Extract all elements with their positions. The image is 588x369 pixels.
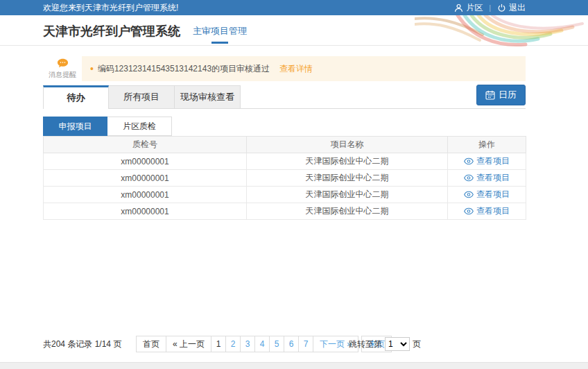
- records-summary: 共204 条记录 1/14 页: [43, 336, 121, 352]
- calendar-button-label: 日历: [499, 89, 517, 101]
- first-page-button[interactable]: 首页: [136, 336, 166, 352]
- eye-icon: [464, 174, 474, 182]
- col-header-qc-no: 质检号: [44, 137, 247, 153]
- welcome-text: 欢迎您来到天津市光纤到户管理系统!: [43, 0, 178, 15]
- table-row: xm00000001 天津国际创业中心二期 查看项目: [44, 153, 526, 170]
- view-project-link[interactable]: 查看项目: [464, 189, 510, 200]
- page: 欢迎您来到天津市光纤到户管理系统! 片区 | 退出: [0, 0, 588, 369]
- table-row: xm00000001 天津国际创业中心二期 查看项目: [44, 203, 526, 220]
- tab-all-projects[interactable]: 所有项目: [109, 85, 175, 109]
- tab-onsite-review[interactable]: 现场审核查看: [175, 85, 241, 109]
- message-reminder-label: 消息提醒: [43, 71, 82, 79]
- projects-table: 质检号 项目名称 操作 xm00000001 天津国际创业中心二期 查看项目 x…: [43, 136, 526, 220]
- table-row: xm00000001 天津国际创业中心二期 查看项目: [44, 187, 526, 203]
- logout-button[interactable]: 退出: [497, 2, 526, 14]
- jump-label-suffix: 页: [413, 338, 421, 350]
- message-text: 编码123123141543513142143的项目审核通过: [98, 63, 270, 75]
- col-header-project-name: 项目名称: [247, 137, 448, 153]
- eye-icon: [464, 191, 474, 198]
- calendar-button[interactable]: 日历: [476, 85, 526, 105]
- cell-qc-no: xm00000001: [44, 203, 247, 220]
- nav-label: 主审项目管理: [193, 26, 247, 36]
- cell-qc-no: xm00000001: [44, 187, 247, 203]
- view-project-label: 查看项目: [476, 172, 510, 184]
- topbar: 欢迎您来到天津市光纤到户管理系统! 片区 | 退出: [0, 0, 588, 15]
- view-project-label: 查看项目: [476, 155, 510, 167]
- fiber-cables-image: [415, 15, 588, 51]
- nav-active-underline: [211, 42, 228, 44]
- prev-page-button[interactable]: « 上一页: [166, 336, 211, 352]
- district-menu[interactable]: 片区: [454, 2, 483, 14]
- view-project-link[interactable]: 查看项目: [464, 205, 510, 217]
- eye-icon: [464, 157, 474, 165]
- cell-project-name: 天津国际创业中心二期: [247, 153, 448, 170]
- district-label: 片区: [466, 2, 483, 14]
- user-icon: [454, 3, 463, 12]
- subtab-declared-projects[interactable]: 申报项目: [43, 117, 107, 136]
- page-button-3[interactable]: 3: [240, 336, 255, 352]
- view-project-link[interactable]: 查看项目: [464, 155, 510, 167]
- logout-label: 退出: [509, 2, 526, 14]
- page-button-2[interactable]: 2: [225, 336, 241, 352]
- eye-icon: [464, 207, 474, 215]
- page-button-5[interactable]: 5: [269, 336, 284, 352]
- page-jump: 跳转至第 1 页: [349, 336, 421, 352]
- page-title: 天津市光纤到户管理系统: [43, 15, 180, 45]
- view-project-label: 查看项目: [476, 205, 510, 217]
- view-project-link[interactable]: 查看项目: [464, 172, 510, 184]
- page-button-6[interactable]: 6: [284, 336, 299, 352]
- view-project-label: 查看项目: [476, 189, 510, 200]
- message-bar: 消息提醒 • 编码123123141543513142143的项目审核通过 查看…: [43, 56, 526, 81]
- tab-todo[interactable]: 待办: [43, 85, 109, 109]
- jump-page-select[interactable]: 1: [385, 337, 410, 351]
- calendar-icon: [485, 90, 495, 100]
- message-line: • 编码123123141543513142143的项目审核通过 查看详情: [90, 56, 313, 81]
- view-details-link[interactable]: 查看详情: [279, 63, 313, 75]
- table-header-row: 质检号 项目名称 操作: [44, 137, 526, 153]
- jump-label-prefix: 跳转至第: [349, 338, 382, 350]
- table-row: xm00000001 天津国际创业中心二期 查看项目: [44, 170, 526, 187]
- cell-qc-no: xm00000001: [44, 153, 247, 170]
- power-icon: [497, 3, 506, 12]
- header: 天津市光纤到户管理系统 主审项目管理: [0, 15, 588, 46]
- cell-qc-no: xm00000001: [44, 170, 247, 187]
- chat-bubble-icon: [57, 58, 69, 68]
- page-button-1[interactable]: 1: [211, 336, 226, 352]
- subtab-district-qc[interactable]: 片区质检: [107, 117, 172, 136]
- cell-project-name: 天津国际创业中心二期: [247, 203, 448, 220]
- sub-tabs: 申报项目 片区质检: [43, 117, 172, 136]
- page-button-7[interactable]: 7: [298, 336, 313, 352]
- cell-project-name: 天津国际创业中心二期: [247, 187, 448, 203]
- nav-main-review-management[interactable]: 主审项目管理: [193, 15, 247, 45]
- message-reminder-box: 消息提醒: [43, 56, 82, 81]
- main-tabs: 待办 所有项目 现场审核查看: [43, 85, 526, 109]
- message-bullet: •: [90, 63, 94, 74]
- col-header-actions: 操作: [448, 137, 526, 153]
- footer-strip: [0, 362, 588, 369]
- cell-project-name: 天津国际创业中心二期: [247, 170, 448, 187]
- topbar-right: 片区 | 退出: [454, 0, 526, 15]
- topbar-divider: |: [489, 3, 491, 12]
- page-button-4[interactable]: 4: [254, 336, 270, 352]
